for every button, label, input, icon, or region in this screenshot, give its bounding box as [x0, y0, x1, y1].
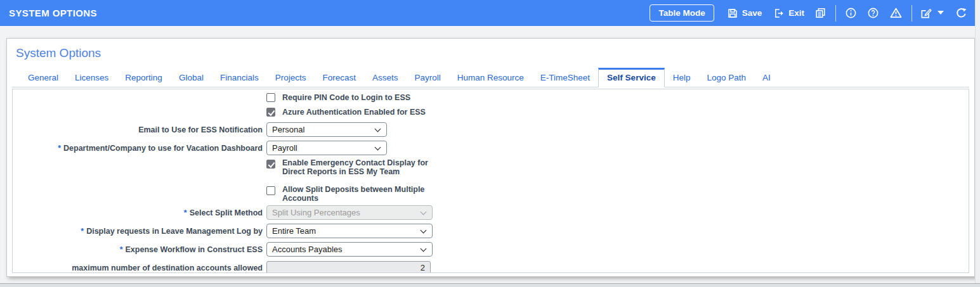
field-row: *Select Split Method Split Using Percent… — [13, 205, 969, 220]
selected-value: Split Using Percentages — [272, 208, 360, 217]
emergency-contact-checkbox-label[interactable]: Enable Emergency Contact Display for Dir… — [282, 159, 444, 176]
toolbar-divider — [835, 5, 836, 22]
email-ess-notification-select[interactable]: Personal — [266, 122, 387, 137]
field-label: *Expense Workflow in Construct ESS — [13, 245, 263, 254]
required-marker: * — [81, 227, 84, 236]
app-title: SYSTEM OPTIONS — [0, 8, 97, 18]
tab-self-service[interactable]: Self Service — [598, 68, 665, 87]
split-deposits-checkbox[interactable] — [266, 186, 275, 195]
chevron-down-icon — [421, 227, 427, 234]
expense-workflow-select[interactable]: Accounts Payables — [266, 242, 433, 257]
field-row: Enable Emergency Contact Display for Dir… — [13, 159, 969, 176]
tab-bar: GeneralLicensesReportingGlobalFinancials… — [12, 68, 969, 87]
field-label: Email to Use for ESS Notification — [13, 125, 263, 134]
chevron-down-icon — [375, 144, 381, 151]
azure-auth-checkbox[interactable] — [266, 108, 275, 117]
save-button[interactable]: Save — [727, 8, 762, 19]
field-label: *Department/Company to use for Vacation … — [13, 144, 263, 153]
save-icon — [727, 8, 738, 19]
chevron-down-icon — [421, 246, 427, 252]
tab-logo-path[interactable]: Logo Path — [698, 69, 754, 87]
require-pin-checkbox-label[interactable]: Require PIN Code to Login to ESS — [282, 92, 410, 103]
field-row: *Display requests in Leave Management Lo… — [13, 224, 969, 238]
window-bottom-edge — [0, 283, 980, 287]
tab-help[interactable]: Help — [665, 69, 699, 87]
scrollbar-gutter[interactable] — [975, 0, 980, 287]
vacation-dashboard-department-select[interactable]: Payroll — [266, 141, 387, 155]
selected-value: Personal — [272, 125, 304, 134]
field-label: *Select Split Method — [13, 208, 263, 217]
field-row: *Department/Company to use for Vacation … — [13, 141, 969, 155]
toolbar-divider — [911, 5, 912, 22]
app-header: SYSTEM OPTIONS Table Mode Save Ex — [0, 0, 975, 26]
required-marker: * — [120, 245, 123, 254]
tab-e-timesheet[interactable]: E-TimeSheet — [532, 69, 598, 87]
selected-value: Entire Team — [272, 226, 316, 236]
max-destination-accounts-input: 2 — [266, 261, 431, 273]
refresh-icon[interactable] — [955, 7, 967, 19]
field-row: Allow Split Deposits between Multiple Ac… — [13, 186, 969, 203]
tab-payroll[interactable]: Payroll — [407, 69, 449, 87]
selected-value: Accounts Payables — [272, 245, 343, 254]
split-method-select: Split Using Percentages — [266, 205, 433, 220]
tab-forecast[interactable]: Forecast — [314, 69, 364, 87]
field-label: *Display requests in Leave Management Lo… — [13, 227, 263, 236]
page-title: System Options — [7, 46, 974, 60]
self-service-tab-content: Require PIN Code to Login to ESS Azure A… — [12, 89, 969, 273]
chevron-down-icon — [375, 126, 381, 132]
documents-icon[interactable] — [814, 7, 826, 19]
exit-icon — [773, 8, 785, 19]
emergency-contact-checkbox[interactable] — [266, 160, 275, 169]
field-row: Email to Use for ESS Notification Person… — [13, 122, 969, 137]
tab-reporting[interactable]: Reporting — [117, 69, 171, 87]
tab-licenses[interactable]: Licenses — [67, 69, 117, 87]
azure-auth-checkbox-label[interactable]: Azure Authentication Enabled for ESS — [282, 107, 426, 117]
tab-human-resource[interactable]: Human Resource — [449, 69, 532, 87]
tab-financials[interactable]: Financials — [212, 69, 267, 87]
leave-management-display-select[interactable]: Entire Team — [266, 224, 433, 238]
save-label: Save — [742, 8, 762, 18]
split-deposits-checkbox-label[interactable]: Allow Split Deposits between Multiple Ac… — [282, 186, 444, 203]
required-marker: * — [58, 144, 61, 153]
tab-projects[interactable]: Projects — [267, 69, 315, 87]
exit-button[interactable]: Exit — [773, 8, 804, 19]
field-row: Require PIN Code to Login to ESS — [13, 92, 969, 103]
tab-ai[interactable]: AI — [754, 69, 779, 87]
chevron-down-icon[interactable] — [938, 11, 944, 15]
table-mode-button[interactable]: Table Mode — [650, 4, 714, 22]
tab-assets[interactable]: Assets — [364, 69, 407, 87]
tab-general[interactable]: General — [20, 69, 67, 87]
help-icon[interactable] — [867, 7, 879, 19]
field-row: Azure Authentication Enabled for ESS — [13, 107, 969, 117]
field-label: maximum number of destination accounts a… — [13, 264, 263, 272]
tab-global[interactable]: Global — [171, 69, 212, 87]
selected-value: Payroll — [272, 143, 297, 153]
edit-icon[interactable] — [920, 7, 932, 20]
field-row: *Expense Workflow in Construct ESS Accou… — [13, 242, 969, 257]
info-icon[interactable] — [845, 7, 857, 19]
required-marker: * — [184, 208, 187, 217]
chevron-down-icon — [421, 209, 427, 215]
exit-label: Exit — [788, 8, 804, 18]
require-pin-checkbox[interactable] — [266, 93, 275, 102]
warning-icon[interactable] — [889, 6, 903, 20]
header-toolbar: Table Mode Save Exit — [650, 4, 975, 22]
system-options-panel: System Options GeneralLicensesReportingG… — [6, 38, 975, 277]
field-row: maximum number of destination accounts a… — [13, 261, 969, 273]
